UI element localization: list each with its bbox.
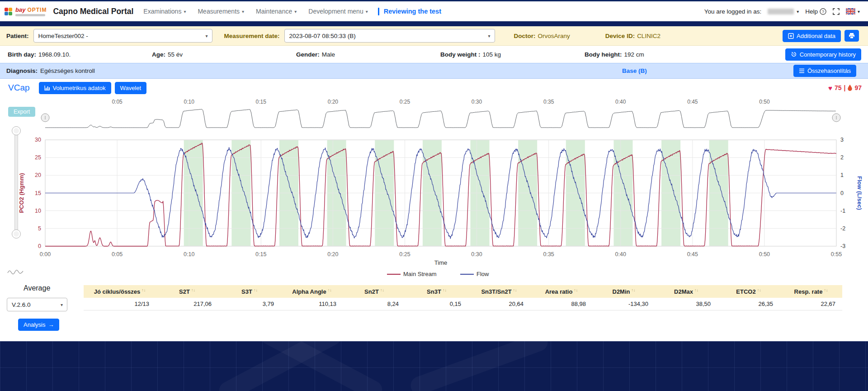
contemporary-history-label: Contemporary history <box>800 51 856 58</box>
avg-value-4: 8,24 <box>343 298 406 310</box>
sort-icon: ↑↓ <box>824 288 828 292</box>
chevron-down-icon: ▾ <box>205 33 208 38</box>
menu-maintenance[interactable]: Maintenance▾ <box>256 8 297 15</box>
svg-text:?: ? <box>822 9 824 14</box>
avg-col-header-9[interactable]: D2Max↑↓ <box>655 285 717 298</box>
sort-icon: ↑↓ <box>328 288 332 292</box>
stats-separator: | <box>844 84 846 91</box>
x-tick-label: 0:40 <box>615 251 626 257</box>
gender-value: Male <box>322 51 335 58</box>
y-right-tick-label: 1 <box>840 172 844 178</box>
sort-icon: ↑↓ <box>513 288 517 292</box>
drop-icon <box>848 85 852 91</box>
additional-data-button[interactable]: Additional data <box>783 30 841 42</box>
slider-knob-top[interactable] <box>12 126 21 135</box>
avg-col-header-11[interactable]: Resp. rate↑↓ <box>780 285 842 298</box>
help-label: Help <box>805 8 818 15</box>
measurement-date-select[interactable]: 2023-08-07 08:50:33 (B) ▾ <box>284 29 495 43</box>
chevron-down-icon: ▾ <box>242 9 244 14</box>
vcap-chart[interactable]: 0:050:100:150:200:250:300:350:400:450:50… <box>0 97 868 278</box>
avg-col-header-6[interactable]: Sn3T/Sn2T↑↓ <box>468 285 530 298</box>
print-button[interactable] <box>844 30 859 42</box>
avg-col-label: ETCO2 <box>736 288 755 295</box>
algorithm-version-select[interactable]: V.2.6.0 ▾ <box>7 298 67 311</box>
analysis-button[interactable]: Analysis → <box>18 319 59 331</box>
y-left-tick-label: 5 <box>38 225 41 232</box>
slider-track[interactable] <box>14 131 18 234</box>
avg-col-header-8[interactable]: D2Min↑↓ <box>593 285 655 298</box>
logged-in-label: You are logged in as: <box>704 8 761 15</box>
avg-value-9: 38,50 <box>655 298 717 310</box>
avg-col-header-2[interactable]: S3T↑↓ <box>218 285 281 298</box>
avg-col-header-10[interactable]: ETCO2↑↓ <box>717 285 780 298</box>
uk-flag-icon <box>846 8 855 14</box>
history-icon <box>791 51 797 57</box>
chevron-down-icon: ▾ <box>61 302 63 307</box>
analysis-label: Analysis <box>24 321 45 328</box>
active-page: Reviewing the test <box>378 8 441 15</box>
avg-col-label: Sn2T <box>364 288 379 295</box>
brand-grid-icon <box>5 8 12 15</box>
avg-col-label: S2T <box>179 288 190 295</box>
avg-value-5: 0,15 <box>406 298 468 310</box>
arrow-right-icon: → <box>48 321 54 328</box>
avg-col-header-1[interactable]: S2T↑↓ <box>156 285 218 298</box>
fullscreen-icon[interactable] <box>833 8 840 15</box>
menu-development-menu[interactable]: Development menu▾ <box>308 8 368 15</box>
y-right-tick-label: -1 <box>840 208 845 214</box>
user-menu[interactable]: ▾ <box>768 9 799 14</box>
brand-text: bay OPTIM <box>15 6 47 16</box>
list-icon <box>799 68 805 73</box>
body-height-field: Body height: 192 cm <box>585 51 729 58</box>
avg-col-header-0[interactable]: Jó ciklus/összes↑↓ <box>84 285 156 298</box>
language-selector[interactable]: ▾ <box>846 8 860 14</box>
y-left-tick-label: 30 <box>35 137 41 143</box>
y-left-tick-label: 10 <box>35 208 41 214</box>
volumetric-data-button[interactable]: Volumetrikus adatok <box>39 82 111 94</box>
sort-icon: ↑↓ <box>694 288 698 292</box>
avg-col-header-4[interactable]: Sn2T↑↓ <box>343 285 406 298</box>
avg-col-header-7[interactable]: Area ratio↑↓ <box>530 285 593 298</box>
avg-col-header-3[interactable]: Alpha Angle↑↓ <box>281 285 343 298</box>
chevron-down-icon: ▾ <box>294 9 297 14</box>
menu-measurements[interactable]: Measurements▾ <box>198 8 244 15</box>
contemporary-history-button[interactable]: Contemporary history <box>785 48 861 61</box>
additional-data-label: Additional data <box>797 33 835 39</box>
device-id-label: Device ID: <box>605 33 635 39</box>
y-left-tick-label: 25 <box>35 154 41 161</box>
patient-select[interactable]: HomeTeszter002 - ▾ <box>33 29 212 43</box>
export-button[interactable]: Export <box>8 107 35 117</box>
avg-value-0: 12/13 <box>84 298 156 310</box>
body-weight-field: Body weight : 105 kg <box>440 51 585 58</box>
legend-flow[interactable]: Flow <box>476 271 489 277</box>
avg-value-6: 20,64 <box>468 298 530 310</box>
help-button[interactable]: Help ? <box>805 8 826 15</box>
legend-main-stream[interactable]: Main Stream <box>403 271 437 277</box>
sort-icon: ↑↓ <box>254 288 258 292</box>
navigator-trace <box>45 109 836 128</box>
slider-knob-bottom[interactable] <box>12 229 21 238</box>
wavelet-button[interactable]: Wavelet <box>115 82 146 94</box>
chevron-down-icon: ▾ <box>488 33 491 38</box>
birth-day-field: Birth day: 1968.09.10. <box>8 51 152 58</box>
vertical-zoom-slider[interactable] <box>12 126 21 238</box>
brand-logos[interactable]: bay OPTIM <box>5 6 47 16</box>
compare-button[interactable]: Összehasonlítás <box>793 65 856 77</box>
avg-col-header-5[interactable]: Sn3T↑↓ <box>406 285 468 298</box>
flow-axis-title: Flow (L/sec) <box>856 176 863 210</box>
sort-icon: ↑↓ <box>142 288 146 292</box>
avg-col-label: Area ratio <box>545 288 573 295</box>
y-right-tick-label: 3 <box>840 137 844 143</box>
x-tick-label: 0:55 <box>831 251 842 257</box>
base-measurement-label[interactable]: Base (B) <box>622 67 647 74</box>
doctor-value: OrvosArany <box>538 33 570 39</box>
x-tick-label: 0:00 <box>40 251 51 257</box>
menu-examinations[interactable]: Examinations▾ <box>143 8 186 15</box>
y-left-tick-label: 15 <box>35 190 41 196</box>
wave-collapse-icon[interactable] <box>7 268 24 275</box>
y-right-tick-label: -3 <box>840 243 845 249</box>
menu-label: Development menu <box>308 8 363 15</box>
patient-bar: Patient: HomeTeszter002 - ▾ Measurement … <box>0 26 868 46</box>
avg-col-label: S3T <box>241 288 252 295</box>
y-right-tick-label: -2 <box>840 225 845 232</box>
